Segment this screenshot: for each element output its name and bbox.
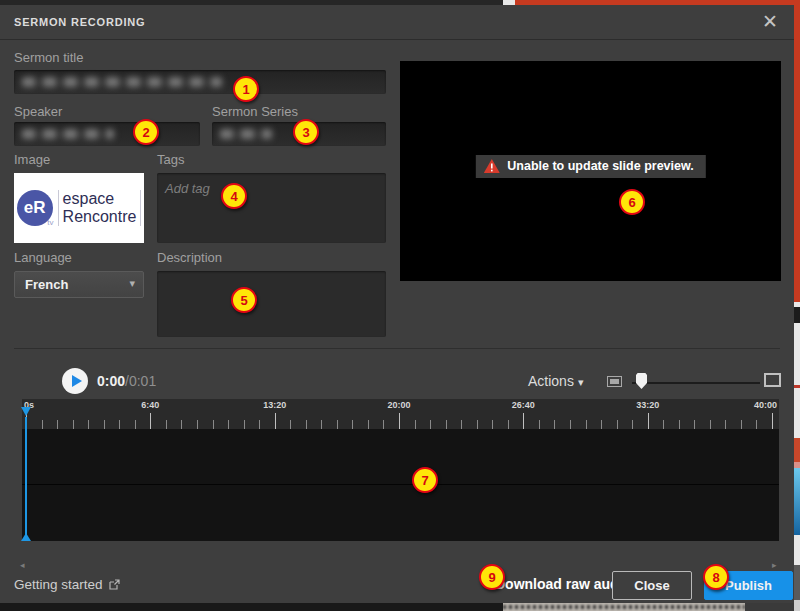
timeline-scroll-right-icon[interactable]: ▸ xyxy=(772,560,777,570)
logo-line2: Rencontre xyxy=(63,208,137,226)
download-raw-audio-link[interactable]: Download raw audio xyxy=(495,576,631,592)
preview-warning-toast: Unable to update slide preview. xyxy=(475,155,705,178)
annotation-badge-2: 2 xyxy=(133,119,159,145)
timeline: 0s6:4013:2020:0026:4033:2040:00 xyxy=(22,399,779,541)
ruler-tick xyxy=(368,420,369,429)
timeline-scroll-left-icon[interactable]: ◂ xyxy=(20,560,25,570)
ruler-tick xyxy=(119,420,120,429)
close-button[interactable]: Close xyxy=(612,571,692,600)
ruler-tick xyxy=(197,420,198,429)
tags-label: Tags xyxy=(157,152,184,167)
ruler-tick xyxy=(570,420,571,429)
waveform-zoom-slider-track[interactable] xyxy=(632,382,760,384)
language-select[interactable]: French ▾ xyxy=(14,271,144,298)
ruler-tick xyxy=(477,420,478,429)
ruler-tick xyxy=(42,420,43,429)
annotation-badge-6: 6 xyxy=(619,189,645,215)
ruler-tick xyxy=(663,420,664,429)
language-selected-value: French xyxy=(25,277,68,292)
annotation-badge-4: 4 xyxy=(221,183,247,209)
play-icon xyxy=(72,375,82,387)
sermon-title-label: Sermon title xyxy=(14,50,83,65)
ruler-tick xyxy=(321,420,322,429)
ruler-tick xyxy=(617,420,618,429)
sermon-title-input[interactable] xyxy=(14,70,386,94)
ruler-tick xyxy=(710,420,711,429)
close-icon[interactable]: ✕ xyxy=(762,10,778,34)
ruler-tick xyxy=(648,413,649,429)
ruler-tick xyxy=(290,420,291,429)
ruler-label: 40:00 xyxy=(754,400,777,410)
getting-started-link[interactable]: Getting started xyxy=(14,577,120,592)
ruler-tick xyxy=(337,420,338,429)
ruler-tick xyxy=(446,420,447,429)
waveform-zoom-slider-thumb[interactable] xyxy=(636,373,647,389)
image-label: Image xyxy=(14,152,50,167)
sermon-recording-dialog: SERMON RECORDING ✕ Sermon title Speaker … xyxy=(0,5,794,603)
waveform-area[interactable] xyxy=(22,429,779,541)
tags-placeholder: Add tag xyxy=(165,181,210,196)
ruler-tick xyxy=(539,420,540,429)
ruler-label: 26:40 xyxy=(512,400,535,410)
annotation-badge-9: 9 xyxy=(479,564,505,590)
screen: SERMON RECORDING ✕ Sermon title Speaker … xyxy=(0,0,800,611)
ruler-tick xyxy=(772,413,773,429)
ruler-tick xyxy=(181,420,182,429)
ruler-label: 6:40 xyxy=(141,400,159,410)
ruler-tick xyxy=(601,420,602,429)
play-button[interactable] xyxy=(62,368,88,394)
ruler-tick xyxy=(275,413,276,429)
background-light-segment xyxy=(794,600,800,611)
redacted-text xyxy=(220,129,272,139)
logo-circle-text: eR xyxy=(24,198,46,218)
actions-dropdown[interactable]: Actions▾ xyxy=(528,373,583,389)
dialog-title: SERMON RECORDING xyxy=(14,16,145,28)
waveform-zoom-in-icon[interactable] xyxy=(764,373,781,387)
ruler-tick xyxy=(383,420,384,429)
waveform-zoom-out-icon[interactable] xyxy=(607,376,622,387)
ruler-tick xyxy=(554,420,555,429)
ruler-tick xyxy=(135,420,136,429)
ruler-tick xyxy=(88,420,89,429)
background-gray-segment xyxy=(794,565,800,600)
ruler-label: 13:20 xyxy=(263,400,286,410)
background-blue-segment xyxy=(794,468,800,535)
section-divider xyxy=(14,348,780,349)
getting-started-label: Getting started xyxy=(14,577,103,592)
ruler-tick xyxy=(399,413,400,429)
ruler-tick xyxy=(57,420,58,429)
speaker-label: Speaker xyxy=(14,104,62,119)
sermon-image-thumbnail[interactable]: eR tv espace Rencontre xyxy=(14,173,144,243)
timeline-ruler[interactable]: 0s6:4013:2020:0026:4033:2040:00 xyxy=(22,399,779,429)
tags-input[interactable]: Add tag xyxy=(157,173,386,243)
background-red-segment xyxy=(794,0,800,302)
annotation-badge-7: 7 xyxy=(412,467,438,493)
ruler-tick xyxy=(244,420,245,429)
playhead-line[interactable] xyxy=(25,417,27,541)
ruler-tick xyxy=(523,413,524,429)
playback-time: 0:00/0:01 xyxy=(97,373,156,389)
ruler-tick xyxy=(415,420,416,429)
background-blurred-text xyxy=(503,605,745,609)
ruler-label: 33:20 xyxy=(636,400,659,410)
playhead-top-marker[interactable] xyxy=(21,407,31,416)
ruler-tick xyxy=(306,420,307,429)
ruler-tick xyxy=(259,420,260,429)
annotation-badge-3: 3 xyxy=(293,119,319,145)
total-time: /0:01 xyxy=(125,373,156,389)
sermon-series-label: Sermon Series xyxy=(212,104,298,119)
redacted-text xyxy=(22,77,222,87)
ruler-tick xyxy=(679,420,680,429)
speaker-input[interactable] xyxy=(14,122,200,146)
logo-text: espace Rencontre xyxy=(58,190,142,226)
ruler-tick xyxy=(492,420,493,429)
ruler-tick xyxy=(508,420,509,429)
description-input[interactable] xyxy=(157,271,386,337)
dialog-titlebar: SERMON RECORDING ✕ xyxy=(0,5,794,40)
logo-circle: eR tv xyxy=(17,190,53,226)
background-app-bottom-edge xyxy=(0,603,503,611)
redacted-text xyxy=(22,129,114,139)
ruler-tick xyxy=(228,420,229,429)
annotation-badge-8: 8 xyxy=(703,564,729,590)
background-dark-segment xyxy=(794,307,800,323)
